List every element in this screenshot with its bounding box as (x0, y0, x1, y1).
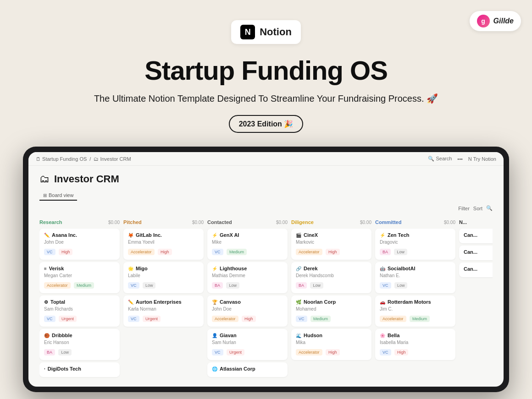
person-verisk: Megan Carter (44, 273, 115, 278)
breadcrumb-home[interactable]: 🗒 Startup Funding OS (36, 156, 87, 162)
company-canvaso: 🏆 Canvaso (212, 299, 283, 305)
company-toptal: ⚙ Toptal (44, 299, 115, 305)
card-migo[interactable]: 🌟 Migo Labile VC Low (123, 262, 204, 293)
hero-section: N Notion Startup Funding OS The Ultimate… (0, 0, 532, 142)
main-title: Startup Funding OS (0, 55, 532, 86)
tag-vc-bella: VC (380, 349, 391, 355)
tag-acc-gitlab: Accelerator (128, 249, 155, 255)
card-lighthouse[interactable]: ⚡ Lighthouse Mathias Demme BA Low (207, 262, 288, 293)
page-emoji: 🗂 (39, 173, 50, 185)
brand-icon: g (477, 15, 490, 27)
card-zentech[interactable]: ⚡ Zen Tech Dragovic BA Low (375, 229, 455, 260)
card-cinex[interactable]: 🎬 CineX Markovic Accelerator High (291, 229, 371, 260)
col-title-diligence: Diligence (291, 219, 314, 225)
card-giavan[interactable]: 👤 Giavan Sam Nurlan VC Urgent (207, 329, 288, 360)
tag-high-cinex: High (326, 249, 340, 255)
tag-med-rotterdam: Medium (410, 316, 430, 322)
person-noorlan: Mohamed (296, 306, 367, 312)
card-aurton[interactable]: ✏️ Aurton Enterprises Karla Norman VC Ur… (123, 295, 204, 327)
company-dribbble: 🏀 Dribbble (44, 333, 115, 338)
card-dribbble[interactable]: 🏀 Dribbble Eric Hanson BA Low (39, 329, 120, 360)
col-amount-committed: $0.00 (444, 220, 455, 225)
breadcrumb-current[interactable]: 🗂 Investor CRM (94, 156, 131, 162)
card-hudson[interactable]: 🌊 Hudson Mika Accelerator High (291, 329, 371, 360)
card-bella[interactable]: 🌸 Bella Isabella Maria VC High (375, 329, 455, 360)
tag-vc-toptal: VC (44, 316, 55, 322)
company-genxai: ⚡ GenX AI (212, 232, 283, 238)
card-can1[interactable]: Can... (459, 229, 493, 243)
col-title-research: Research (39, 219, 62, 225)
card-can2[interactable]: Can... (459, 246, 493, 260)
company-noorlan: 🌿 Noorlan Corp (296, 299, 367, 305)
col-header-diligence: Diligence $0.00 (291, 219, 371, 226)
card-digidots[interactable]: · DigiDots Tech (39, 362, 120, 377)
company-asana: ✏️ Asana Inc. (44, 232, 115, 238)
tag-ba-lighthouse: BA (212, 282, 223, 289)
tag-med-genx: Medium (227, 249, 247, 255)
card-atlassian[interactable]: 🌐 Atlassian Corp (207, 362, 288, 377)
person-toptal: Sam Richards (44, 306, 115, 312)
person-canvaso: John Doe (212, 306, 283, 312)
card-can3[interactable]: Can... (459, 262, 493, 277)
person-asana: John Doe (44, 240, 115, 245)
company-bella: 🌸 Bella (380, 333, 451, 338)
topbar-right: 🔍 Search ••• N Try Notion (428, 156, 496, 162)
card-verisk[interactable]: ≡ Verisk Megan Carter Accelerator Medium (39, 262, 120, 293)
person-gitlab: Emma Yoevil (128, 240, 199, 245)
card-toptal[interactable]: ⚙ Toptal Sam Richards VC Urgent (39, 295, 120, 327)
card-canvaso[interactable]: 🏆 Canvaso John Doe Accelerator High (207, 295, 288, 327)
board-view-tab[interactable]: ⊞ Board view (39, 191, 77, 201)
tag-low-zen: Low (394, 249, 407, 255)
device-frame: 🗒 Startup Funding OS / 🗂 Investor CRM 🔍 … (23, 147, 509, 392)
card-asana[interactable]: ✏️ Asana Inc. John Doe VC High (39, 229, 120, 260)
col-amount-diligence: $0.00 (360, 220, 371, 225)
company-hudson: 🌊 Hudson (296, 333, 367, 338)
card-socialbotai[interactable]: 🤖 SocialbotAI Nathan E. VC Low (375, 262, 455, 293)
search-board-button[interactable]: 🔍 (486, 205, 493, 211)
tag-low-social: Low (394, 282, 408, 289)
tag-vc-noorlan: VC (296, 316, 307, 322)
notion-topbar: 🗒 Startup Funding OS / 🗂 Investor CRM 🔍 … (28, 152, 504, 166)
person-rotterdam: Jim C. (380, 306, 451, 312)
company-aurton: ✏️ Aurton Enterprises (128, 299, 199, 305)
company-can3: Can... (464, 266, 493, 272)
column-next: N... Can... Can... Can... (459, 219, 493, 379)
tag-urgent-giavan: Urgent (227, 349, 244, 355)
column-contacted: Contacted $0.00 ⚡ GenX AI Mike VC Medium… (207, 219, 288, 379)
col-amount-research: $0.00 (108, 220, 120, 225)
col-header-committed: Committed $0.00 (375, 219, 455, 226)
company-rotterdam: 🚗 Rotterdam Motors (380, 299, 451, 305)
brand-name: Gillde (493, 17, 514, 25)
person-hudson: Mika (296, 340, 367, 345)
card-derek[interactable]: 🔗 Derek Derek Handscomb BA Low (291, 262, 371, 293)
col-title-next: N... (459, 219, 467, 225)
card-rotterdam[interactable]: 🚗 Rotterdam Motors Jim C. Accelerator Me… (375, 295, 455, 327)
company-can2: Can... (464, 249, 493, 255)
try-notion-button[interactable]: N Try Notion (468, 156, 496, 162)
card-genxai[interactable]: ⚡ GenX AI Mike VC Medium (207, 229, 288, 260)
company-atlassian: 🌐 Atlassian Corp (212, 366, 283, 372)
tag-acc-rotterdam: Accelerator (380, 316, 406, 322)
card-gitlab[interactable]: 🦊 GitLab Inc. Emma Yoevil Accelerator Hi… (123, 229, 204, 260)
subtitle: The Ultimate Notion Template Designed To… (0, 93, 532, 104)
tag-med-noorlan: Medium (310, 316, 331, 322)
edition-badge[interactable]: 2023 Edition 🎉 (229, 115, 304, 133)
tag-low-derek: Low (310, 282, 323, 289)
tag-vc: VC (44, 249, 55, 255)
device-wrapper: 🗒 Startup Funding OS / 🗂 Investor CRM 🔍 … (0, 147, 532, 392)
tag-urgent-aurton: Urgent (143, 316, 161, 322)
col-amount-contacted: $0.00 (276, 220, 288, 225)
notion-icon: N (240, 25, 255, 39)
company-digidots: · DigiDots Tech (44, 366, 115, 372)
person-genxai: Mike (212, 240, 283, 245)
kanban-board: Research $0.00 ✏️ Asana Inc. John Doe VC… (39, 219, 493, 379)
search-button[interactable]: 🔍 Search (428, 156, 452, 162)
sort-button[interactable]: Sort (473, 206, 482, 211)
filter-button[interactable]: Filter (458, 206, 469, 211)
more-button[interactable]: ••• (457, 156, 463, 162)
card-noorlan[interactable]: 🌿 Noorlan Corp Mohamed VC Medium (291, 295, 371, 327)
column-pitched: Pitched $0.00 🦊 GitLab Inc. Emma Yoevil … (123, 219, 204, 379)
tag-low-lighthouse: Low (226, 282, 239, 289)
notion-body: 🗂 Investor CRM ⊞ Board view Filter Sort … (28, 166, 504, 387)
company-verisk: ≡ Verisk (44, 266, 115, 271)
